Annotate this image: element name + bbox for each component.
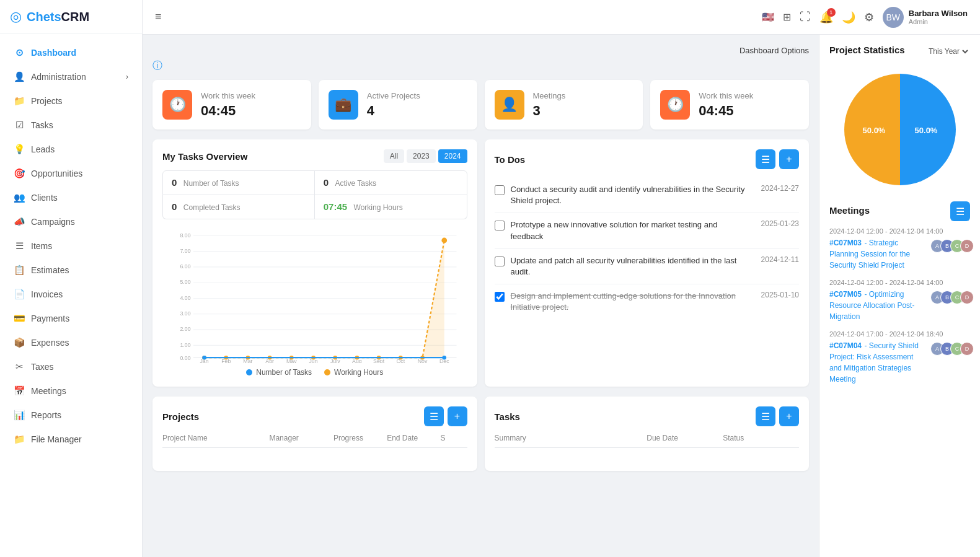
tab-2023[interactable]: 2023 — [407, 149, 436, 163]
meeting-title-2[interactable]: #C07M05 - Optimizing Resource Allocation… — [829, 288, 927, 322]
sidebar-item-label: Reports — [31, 410, 61, 420]
fullscreen-icon[interactable]: ⛶ — [800, 11, 811, 24]
todo-checkbox-1[interactable] — [495, 185, 505, 195]
todos-panel: To Dos ☰ + Conduct a security audit and … — [485, 139, 810, 387]
sidebar-item-clients[interactable]: 👥 Clients — [4, 186, 138, 209]
stat-label: Active Projects — [367, 91, 420, 100]
sidebar-item-label: Administration — [31, 72, 86, 82]
sidebar-item-items[interactable]: ☰ Items — [4, 234, 138, 258]
sidebar-item-estimates[interactable]: 📋 Estimates — [4, 258, 138, 282]
tasks-table-header: Tasks ☰ + — [495, 406, 800, 426]
user-menu[interactable]: BW Barbara Wilson Admin — [883, 7, 968, 28]
svg-text:May: May — [286, 358, 297, 363]
logo-icon: ◎ — [10, 9, 22, 25]
svg-text:Nov: Nov — [418, 358, 428, 363]
todo-item: Design and implement cutting-edge soluti… — [495, 284, 800, 319]
expenses-icon: 📦 — [14, 337, 25, 348]
tasks-stat-completed: 0 Completed Tasks — [163, 195, 315, 219]
meetings-right-header: Meetings ☰ — [829, 201, 970, 221]
todo-checkbox-4[interactable] — [495, 292, 505, 302]
sidebar-item-label: Invoices — [31, 289, 63, 299]
pie-chart-container: 50.0% 50.0% — [829, 68, 970, 191]
tab-all[interactable]: All — [384, 149, 404, 163]
tasks-stat-active: 0 Active Tasks — [315, 171, 467, 195]
legend-hours-label: Working Hours — [334, 368, 383, 377]
projects-add-btn[interactable]: + — [448, 406, 467, 426]
sidebar-nav: ⊙ Dashboard 👤 Administration › 📁 Project… — [0, 34, 142, 557]
sidebar-item-administration[interactable]: 👤 Administration › — [4, 65, 138, 89]
todo-date-3: 2024-12-11 — [761, 255, 799, 264]
tasks-overview-header: My Tasks Overview All 2023 2024 — [162, 149, 467, 163]
right-sidebar: Project Statistics This Year Last Year 5… — [819, 35, 980, 557]
meeting-title-3[interactable]: #C07M04 - Security Shield Project: Risk … — [829, 340, 927, 384]
projects-list-btn[interactable]: ☰ — [424, 406, 444, 426]
sidebar-item-expenses[interactable]: 📦 Expenses — [4, 331, 138, 354]
todo-date-2: 2025-01-23 — [761, 219, 799, 228]
sidebar-item-dashboard[interactable]: ⊙ Dashboard — [4, 41, 138, 64]
campaigns-icon: 📣 — [14, 216, 25, 227]
tasks-chart: 8.00 7.00 6.00 5.00 4.00 3.00 2.00 1.00 … — [162, 227, 467, 363]
menu-toggle-button[interactable]: ≡ — [155, 11, 162, 24]
svg-text:Feb: Feb — [221, 358, 231, 363]
dark-mode-icon[interactable]: 🌙 — [842, 11, 855, 24]
meetings-stat-icon: 👤 — [495, 90, 524, 120]
svg-text:8.00: 8.00 — [180, 232, 190, 239]
content-area: Dashboard Options ⓘ 🕐 Work this week 04:… — [143, 35, 980, 557]
svg-text:Mar: Mar — [243, 358, 252, 363]
avatar: D — [960, 239, 974, 253]
sidebar-item-tasks[interactable]: ☑ Tasks — [4, 113, 138, 137]
svg-text:50.0%: 50.0% — [914, 126, 937, 135]
language-flag-icon[interactable]: 🇺🇸 — [762, 11, 774, 23]
sidebar-item-meetings[interactable]: 📅 Meetings — [4, 379, 138, 403]
info-icon: ⓘ — [152, 59, 162, 72]
legend-tasks: Number of Tasks — [246, 368, 312, 377]
sidebar-item-filemanager[interactable]: 📁 File Manager — [4, 428, 138, 451]
year-select[interactable]: This Year Last Year — [926, 46, 970, 56]
logo[interactable]: ◎ ChetsCRM — [0, 0, 142, 34]
meeting-title-1[interactable]: #C07M03 - Strategic Planning Session for… — [829, 237, 927, 270]
todos-add-btn[interactable]: + — [779, 149, 799, 169]
sidebar-item-taxes[interactable]: ✂ Taxes — [4, 355, 138, 379]
stat-label: Meetings — [533, 91, 566, 100]
sidebar-item-invoices[interactable]: 📄 Invoices — [4, 283, 138, 306]
meetings-right-title: Meetings — [829, 205, 870, 216]
tasks-list-btn[interactable]: ☰ — [756, 406, 775, 426]
settings-icon[interactable]: ⚙ — [864, 11, 874, 24]
todo-date-1: 2024-12-27 — [761, 184, 799, 193]
meetings-list-btn[interactable]: ☰ — [950, 201, 970, 221]
meetings-icon: 📅 — [14, 385, 25, 397]
col-summary: Summary — [495, 434, 647, 442]
taxes-icon: ✂ — [14, 361, 25, 372]
active-projects-icon: 💼 — [329, 90, 358, 120]
stat-value: 3 — [533, 103, 566, 119]
notifications-icon[interactable]: 🔔 1 — [819, 11, 833, 24]
sidebar-item-label: Clients — [31, 193, 58, 203]
stat-info: Active Projects 4 — [367, 91, 420, 119]
todo-checkbox-3[interactable] — [495, 257, 505, 266]
projects-table-header: Projects ☰ + — [162, 406, 467, 426]
svg-text:50.0%: 50.0% — [862, 126, 885, 135]
proj-stats-header: Project Statistics This Year Last Year — [829, 45, 970, 58]
dashboard-options-link[interactable]: Dashboard Options — [739, 46, 809, 55]
tasks-add-btn[interactable]: + — [779, 406, 799, 426]
sidebar-item-leads[interactable]: 💡 Leads — [4, 138, 138, 161]
svg-text:Jan: Jan — [200, 358, 208, 363]
meeting-time-1: 2024-12-04 12:00 - 2024-12-04 14:00 — [829, 227, 970, 235]
estimates-icon: 📋 — [14, 265, 25, 276]
sidebar-item-opportunities[interactable]: 🎯 Opportunities — [4, 162, 138, 185]
todos-list-btn[interactable]: ☰ — [756, 149, 775, 169]
sidebar-item-label: Estimates — [31, 265, 69, 275]
logo-text: ChetsCRM — [27, 10, 89, 24]
sidebar-item-projects[interactable]: 📁 Projects — [4, 89, 138, 113]
apps-grid-icon[interactable]: ⊞ — [783, 11, 791, 23]
svg-text:0.00: 0.00 — [180, 355, 190, 361]
todos-title: To Dos — [495, 154, 526, 165]
sidebar-item-label: Meetings — [31, 386, 66, 396]
tab-2024[interactable]: 2024 — [438, 149, 467, 163]
todo-checkbox-2[interactable] — [495, 221, 505, 230]
sidebar-item-label: Leads — [31, 144, 55, 154]
sidebar-item-reports[interactable]: 📊 Reports — [4, 403, 138, 427]
sidebar-item-campaigns[interactable]: 📣 Campaigns — [4, 210, 138, 234]
col-due-date: Due Date — [647, 434, 723, 442]
sidebar-item-payments[interactable]: 💳 Payments — [4, 307, 138, 330]
